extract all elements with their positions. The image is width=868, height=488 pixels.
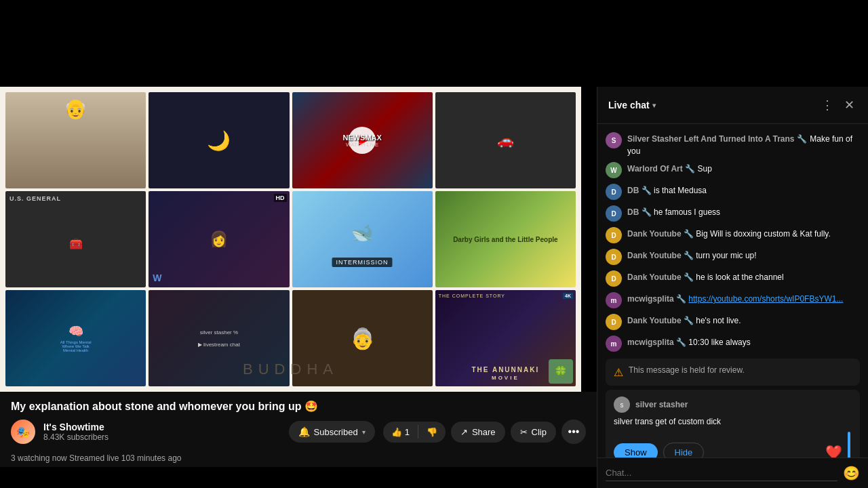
msg-avatar-6: D — [606, 249, 622, 265]
silver-moderated-message: s silver stasher silver trans get of cus… — [606, 390, 860, 458]
chat-dropdown-icon[interactable]: ▾ — [652, 102, 656, 109]
hd-badge: HD — [274, 194, 287, 202]
msg-avatar-8: m — [606, 292, 622, 308]
msg-username-2: Warlord Of Art 🔧 — [627, 164, 697, 174]
chat-title-text: Live chat — [608, 100, 650, 110]
msg-username-6: Dank Youtube 🔧 — [627, 251, 696, 260]
scroll-indicator — [848, 432, 850, 458]
chat-message-3: D DB 🔧 is that Medusa — [597, 181, 868, 203]
msg-link-8[interactable]: https://youtube.com/shorts/wIP0FBsYW1... — [688, 294, 843, 304]
subscribe-button[interactable]: 🔔 Subscribed ▾ — [289, 421, 375, 443]
silver-message-actions: Show Hide ❤️ — [614, 432, 852, 458]
msg-row-5: Dank Youtube 🔧 Big Will is doxxing custo… — [627, 227, 860, 239]
chat-panel: Live chat ▾ ⋮ ✕ S Silver Stasher Left An… — [597, 87, 868, 488]
msg-text-5: Big Will is doxxing custom & Kat fully. — [696, 229, 831, 239]
msg-username-10: mcwigsplita 🔧 — [627, 338, 688, 347]
chat-message-4: D DB 🔧 he famous I guess — [597, 203, 868, 224]
car-icon: 🚗 — [497, 132, 514, 148]
video-area: 👴 🌙 NEWSMAX WATCH LIVE 🚗 — [0, 87, 597, 488]
msg-text-6: turn your mic up! — [696, 251, 756, 260]
msg-avatar-4: D — [606, 205, 622, 222]
msg-text-10: 10:30 like always — [688, 338, 750, 347]
emoji-button[interactable]: 😊 — [843, 465, 860, 481]
us-general-label: U.S. GENERAL — [9, 195, 61, 202]
bell-icon: 🔔 — [298, 426, 310, 437]
thumbnail-8[interactable]: Darby Girls and the Little People — [435, 191, 576, 287]
person-icon: 👩 — [210, 230, 228, 248]
msg-avatar-1: S — [606, 132, 622, 148]
chat-message-6: D Dank Youtube 🔧 turn your mic up! — [597, 246, 868, 268]
thumbnail-2[interactable]: 🌙 — [149, 92, 289, 188]
chat-message-1: S Silver Stasher Left And Turned Into A … — [597, 129, 868, 159]
complete-story-label: THE COMPLETE STORY — [439, 293, 505, 298]
thumbnail-6[interactable]: HD W 👩 — [149, 191, 289, 287]
msg-text-9: he's not live. — [696, 316, 741, 325]
darby-label: Darby Girls and the Little People — [435, 191, 576, 287]
silver-username: silver stasher — [635, 400, 688, 409]
msg-content-2: Warlord Of Art 🔧 Sup — [627, 162, 860, 174]
more-button[interactable]: ••• — [561, 420, 586, 444]
chat-message-8: m mcwigsplita 🔧 https://youtube.com/shor… — [597, 289, 868, 311]
show-button[interactable]: Show — [614, 443, 658, 458]
old-woman-icon: 👵 — [350, 327, 375, 350]
clip-icon: ✂ — [520, 427, 528, 437]
msg-avatar-9: D — [606, 314, 622, 330]
msg-avatar-5: D — [606, 227, 622, 243]
held-message: ⚠ This message is held for review. — [606, 359, 860, 386]
warning-icon: ⚠ — [614, 366, 623, 379]
msg-avatar-3: D — [606, 184, 622, 200]
channel-avatar: 🎭 — [11, 420, 35, 444]
silver-message-text: silver trans get of custom dick — [614, 417, 852, 426]
channel-subscribers: 8.43K subscribers — [43, 432, 281, 442]
chat-title: Live chat ▾ — [608, 100, 656, 110]
chat-input-area: 😊 — [597, 458, 868, 488]
msg-row-6: Dank Youtube 🔧 turn your mic up! — [627, 249, 860, 261]
like-icon: 👍 — [391, 427, 402, 437]
share-button[interactable]: ↗ Share — [451, 422, 505, 443]
like-button[interactable]: 👍 1 — [383, 422, 418, 443]
msg-avatar-10: m — [606, 336, 622, 352]
msg-row-4: DB 🔧 he famous I guess — [627, 205, 860, 218]
msg-text-7: he is look at the channel — [696, 272, 783, 282]
chat-close-button[interactable]: ✕ — [842, 95, 857, 115]
dislike-icon: 👎 — [427, 427, 437, 437]
heart-button[interactable]: ❤️ — [825, 444, 842, 458]
chat-input[interactable] — [606, 465, 837, 481]
dislike-button[interactable]: 👎 — [418, 422, 446, 443]
silver-avatar: s — [614, 396, 630, 413]
msg-content-8: mcwigsplita 🔧 https://youtube.com/shorts… — [627, 292, 860, 304]
thumbnail-5[interactable]: U.S. GENERAL 🧰 — [5, 191, 146, 287]
subscribe-label: Subscribed — [314, 427, 358, 437]
chat-more-button[interactable]: ⋮ — [818, 95, 836, 115]
msg-avatar-7: D — [606, 270, 622, 287]
msg-username-1: Silver Stasher Left And Turned Into A Tr… — [627, 134, 807, 144]
msg-username-3: DB 🔧 — [627, 186, 654, 195]
chat-message-9: D Dank Youtube 🔧 he's not live. — [597, 311, 868, 333]
msg-text-4: he famous I guess — [654, 207, 720, 217]
like-dislike-area: 👍 1 👎 — [383, 422, 446, 443]
hide-button[interactable]: Hide — [663, 443, 705, 458]
msg-avatar-2: W — [606, 162, 622, 178]
chat-messages: S Silver Stasher Left And Turned Into A … — [597, 124, 868, 458]
msg-text-3: is that Medusa — [654, 186, 707, 195]
share-label: Share — [472, 427, 496, 437]
main-content: 👴 🌙 NEWSMAX WATCH LIVE 🚗 — [0, 87, 868, 488]
msg-username-8: mcwigsplita 🔧 — [627, 294, 688, 304]
thumbnail-4[interactable]: 🚗 — [435, 92, 576, 188]
thumbnail-3[interactable]: NEWSMAX WATCH LIVE — [292, 92, 433, 188]
msg-content-10: mcwigsplita 🔧 10:30 like always — [627, 336, 860, 348]
thumbnail-1[interactable]: 👴 — [5, 92, 146, 188]
share-icon: ↗ — [460, 427, 468, 437]
video-container: 👴 🌙 NEWSMAX WATCH LIVE 🚗 — [0, 87, 581, 392]
chat-header-icons: ⋮ ✕ — [818, 95, 857, 115]
chat-message-2: W Warlord Of Art 🔧 Sup — [597, 159, 868, 181]
clip-button[interactable]: ✂ Clip — [511, 422, 556, 443]
like-count: 1 — [405, 427, 410, 437]
msg-username-7: Dank Youtube 🔧 — [627, 272, 696, 282]
silver-msg-header: s silver stasher — [614, 396, 852, 413]
thumbnail-7[interactable]: 🐋 INTERMISSION — [292, 191, 433, 287]
thumb-person-img: 👴 — [5, 92, 146, 188]
channel-row: 🎭 It's Showtime 8.43K subscribers 🔔 Subs… — [11, 420, 586, 444]
newsmax-label: NEWSMAX WATCH LIVE — [342, 134, 381, 148]
msg-username-9: Dank Youtube 🔧 — [627, 316, 696, 325]
